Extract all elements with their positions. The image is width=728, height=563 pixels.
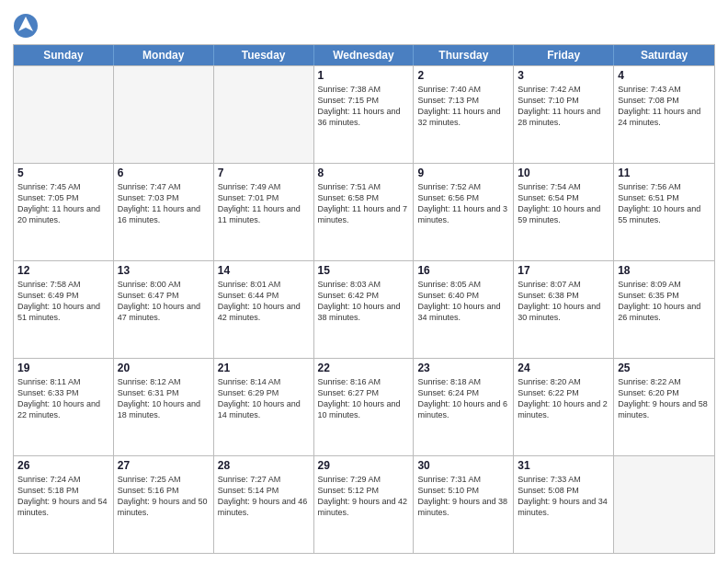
day-number: 9 [417,167,509,179]
calendar-cell [114,66,214,163]
day-number: 11 [618,167,711,179]
cell-info: Sunrise: 7:27 AM [218,474,310,485]
calendar-cell: 8Sunrise: 7:51 AMSunset: 6:58 PMDaylight… [314,164,415,260]
cell-info: Sunrise: 7:45 AM [17,181,109,192]
day-number: 5 [17,167,109,179]
calendar-cell: 12Sunrise: 7:58 AMSunset: 6:49 PMDayligh… [14,261,114,358]
day-number: 24 [518,362,609,374]
cell-info: Daylight: 10 hours and 26 minutes. [618,301,711,323]
cell-info: Daylight: 10 hours and 14 minutes. [218,398,310,420]
cell-info: Sunrise: 8:20 AM [518,376,609,387]
cell-info: Sunset: 7:13 PM [417,95,509,106]
calendar-cell: 29Sunrise: 7:29 AMSunset: 5:12 PMDayligh… [314,456,415,553]
cell-info: Sunrise: 7:43 AM [618,84,711,95]
cell-info: Sunset: 6:24 PM [417,387,509,398]
cell-info: Sunrise: 8:09 AM [618,279,711,290]
cell-info: Sunset: 6:22 PM [518,387,609,398]
day-number: 25 [618,362,711,374]
cell-info: Daylight: 11 hours and 20 minutes. [17,203,109,225]
cell-info: Daylight: 10 hours and 30 minutes. [518,301,609,323]
cell-info: Sunset: 6:54 PM [518,192,609,203]
calendar-cell: 23Sunrise: 8:18 AMSunset: 6:24 PMDayligh… [414,359,514,455]
cell-info: Sunrise: 8:12 AM [118,376,210,387]
cell-info: Sunset: 6:35 PM [618,290,711,301]
day-number: 12 [17,264,109,277]
cell-info: Sunset: 7:08 PM [618,95,711,106]
cell-info: Sunrise: 7:58 AM [17,279,109,290]
cell-info: Sunset: 6:27 PM [318,387,410,398]
day-number: 26 [17,459,109,472]
cell-info: Sunrise: 8:00 AM [118,279,210,290]
cell-info: Sunrise: 8:16 AM [318,376,410,387]
cell-info: Daylight: 10 hours and 59 minutes. [518,203,609,225]
day-number: 1 [318,69,410,82]
cell-info: Daylight: 11 hours and 24 minutes. [618,106,711,128]
cell-info: Sunrise: 8:18 AM [417,376,509,387]
calendar-cell: 7Sunrise: 7:49 AMSunset: 7:01 PMDaylight… [214,164,314,260]
day-number: 31 [518,459,609,472]
header-day-friday: Friday [514,45,614,65]
cell-info: Sunrise: 7:29 AM [318,474,410,485]
cell-info: Sunset: 6:56 PM [417,192,509,203]
cell-info: Sunrise: 8:01 AM [218,279,310,290]
calendar-row-4: 26Sunrise: 7:24 AMSunset: 5:18 PMDayligh… [14,455,714,553]
day-number: 3 [518,69,609,82]
calendar-cell: 15Sunrise: 8:03 AMSunset: 6:42 PMDayligh… [314,261,415,358]
cell-info: Sunrise: 7:51 AM [318,181,410,192]
day-number: 28 [218,459,310,472]
cell-info: Daylight: 10 hours and 6 minutes. [417,398,509,420]
day-number: 7 [218,167,310,179]
day-number: 29 [318,459,410,472]
day-number: 20 [118,362,210,374]
cell-info: Sunrise: 7:54 AM [518,181,609,192]
calendar-cell: 24Sunrise: 8:20 AMSunset: 6:22 PMDayligh… [514,359,614,455]
cell-info: Sunrise: 7:40 AM [417,84,509,95]
day-number: 21 [218,362,310,374]
day-number: 30 [417,459,509,472]
calendar-cell: 5Sunrise: 7:45 AMSunset: 7:05 PMDaylight… [14,164,114,260]
calendar-body: 1Sunrise: 7:38 AMSunset: 7:15 PMDaylight… [14,65,714,553]
cell-info: Sunset: 6:42 PM [318,290,410,301]
page: SundayMondayTuesdayWednesdayThursdayFrid… [0,0,728,563]
cell-info: Sunset: 7:10 PM [518,95,609,106]
calendar: SundayMondayTuesdayWednesdayThursdayFrid… [13,44,715,554]
cell-info: Daylight: 9 hours and 54 minutes. [17,496,109,518]
cell-info: Sunrise: 8:03 AM [318,279,410,290]
cell-info: Daylight: 11 hours and 16 minutes. [118,203,210,225]
calendar-cell: 4Sunrise: 7:43 AMSunset: 7:08 PMDaylight… [614,66,714,163]
cell-info: Sunset: 6:33 PM [17,387,109,398]
cell-info: Sunset: 5:16 PM [118,485,210,496]
calendar-row-3: 19Sunrise: 8:11 AMSunset: 6:33 PMDayligh… [14,358,714,455]
calendar-cell: 13Sunrise: 8:00 AMSunset: 6:47 PMDayligh… [114,261,214,358]
cell-info: Sunrise: 7:49 AM [218,181,310,192]
cell-info: Daylight: 10 hours and 42 minutes. [218,301,310,323]
cell-info: Daylight: 10 hours and 22 minutes. [17,398,109,420]
cell-info: Sunrise: 8:14 AM [218,376,310,387]
cell-info: Daylight: 9 hours and 50 minutes. [118,496,210,518]
cell-info: Sunset: 6:58 PM [318,192,410,203]
calendar-cell: 26Sunrise: 7:24 AMSunset: 5:18 PMDayligh… [14,456,114,553]
header-day-wednesday: Wednesday [314,45,415,65]
cell-info: Sunset: 6:51 PM [618,192,711,203]
cell-info: Sunset: 6:47 PM [118,290,210,301]
cell-info: Sunrise: 7:56 AM [618,181,711,192]
calendar-cell: 31Sunrise: 7:33 AMSunset: 5:08 PMDayligh… [514,456,614,553]
calendar-row-0: 1Sunrise: 7:38 AMSunset: 7:15 PMDaylight… [14,65,714,163]
cell-info: Sunrise: 7:31 AM [417,474,509,485]
day-number: 23 [417,362,509,374]
header-day-thursday: Thursday [414,45,514,65]
calendar-cell: 25Sunrise: 8:22 AMSunset: 6:20 PMDayligh… [614,359,714,455]
cell-info: Sunset: 5:18 PM [17,485,109,496]
cell-info: Sunrise: 8:07 AM [518,279,609,290]
cell-info: Daylight: 11 hours and 3 minutes. [417,203,509,225]
cell-info: Sunset: 7:01 PM [218,192,310,203]
calendar-cell [614,456,714,553]
cell-info: Daylight: 11 hours and 7 minutes. [318,203,410,225]
cell-info: Sunset: 5:10 PM [417,485,509,496]
logo-icon [13,13,39,39]
calendar-cell [14,66,114,163]
header [13,9,715,39]
cell-info: Sunrise: 7:47 AM [118,181,210,192]
cell-info: Sunrise: 8:05 AM [417,279,509,290]
day-number: 14 [218,264,310,277]
